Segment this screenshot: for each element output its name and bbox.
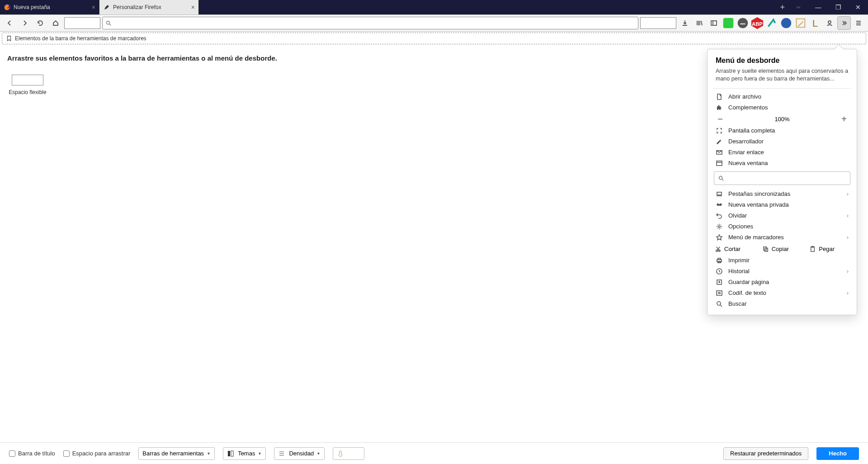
overflow-fullscreen[interactable]: Pantalla completa bbox=[708, 125, 857, 136]
account-icon[interactable] bbox=[823, 16, 836, 30]
flexible-space-item[interactable]: Espacio flexible bbox=[7, 75, 48, 95]
extension-blue-icon[interactable] bbox=[779, 16, 793, 30]
overflow-text-encoding[interactable]: Codif. de texto › bbox=[708, 288, 857, 298]
tab-new-label: Nueva pestaña bbox=[14, 4, 50, 10]
home-button[interactable] bbox=[49, 16, 62, 30]
overflow-title: Menú de desborde bbox=[708, 57, 857, 67]
close-window-button[interactable]: ✕ bbox=[848, 0, 868, 14]
mask-icon bbox=[716, 201, 723, 208]
overflow-paste[interactable]: Pegar bbox=[807, 245, 852, 253]
back-button[interactable] bbox=[3, 16, 16, 30]
extension-arrow-icon[interactable] bbox=[765, 16, 778, 30]
tab-new[interactable]: Nueva pestaña × bbox=[0, 0, 99, 14]
print-icon bbox=[716, 257, 723, 264]
svg-rect-22 bbox=[718, 258, 721, 260]
firefox-icon bbox=[4, 4, 11, 11]
copy-icon bbox=[762, 246, 769, 252]
overflow-new-window[interactable]: Nueva ventana bbox=[708, 158, 857, 169]
touch-icon bbox=[337, 450, 344, 457]
restore-defaults-button[interactable]: Restaurar predeterminados bbox=[723, 447, 808, 460]
overflow-cut[interactable]: Cortar bbox=[712, 245, 758, 253]
themes-dropdown[interactable]: Temas ▾ bbox=[223, 447, 266, 460]
downloads-icon[interactable] bbox=[678, 16, 692, 30]
drag-space-checkbox[interactable]: Espacio para arrastrar bbox=[63, 450, 131, 457]
close-icon[interactable]: × bbox=[191, 4, 195, 11]
chevron-down-icon: ▾ bbox=[259, 451, 261, 456]
file-icon bbox=[716, 93, 723, 100]
restore-defaults-label: Restaurar predeterminados bbox=[730, 450, 802, 457]
svg-rect-29 bbox=[231, 451, 233, 456]
theme-icon bbox=[227, 450, 234, 457]
overflow-search-field[interactable] bbox=[714, 171, 850, 185]
toolbar-slot-1[interactable] bbox=[64, 17, 100, 29]
url-bar[interactable] bbox=[102, 17, 638, 29]
overflow-options[interactable]: Opciones bbox=[708, 221, 857, 232]
reload-button[interactable] bbox=[33, 16, 47, 30]
overflow-new-window-label: Nueva ventana bbox=[728, 160, 768, 166]
extension-l-icon[interactable]: L bbox=[808, 16, 822, 30]
zoom-out-button[interactable]: − bbox=[716, 114, 725, 124]
overflow-forget[interactable]: Olvidar › bbox=[708, 210, 857, 221]
overflow-options-label: Opciones bbox=[728, 223, 753, 230]
overflow-text-encoding-label: Codif. de texto bbox=[728, 289, 766, 296]
density-icon bbox=[278, 450, 285, 457]
overflow-search[interactable]: Buscar bbox=[708, 298, 857, 309]
puzzle-icon bbox=[716, 104, 723, 111]
title-bar-checkbox-input[interactable] bbox=[9, 450, 15, 457]
touch-dropdown[interactable] bbox=[333, 447, 364, 460]
close-icon[interactable]: × bbox=[92, 4, 95, 11]
chevron-right-icon: › bbox=[847, 190, 849, 197]
drag-space-checkbox-label: Espacio para arrastrar bbox=[72, 450, 131, 457]
overflow-developer[interactable]: Desarrollador bbox=[708, 136, 857, 147]
minimize-button[interactable]: — bbox=[808, 0, 828, 14]
overflow-history[interactable]: Historial › bbox=[708, 266, 857, 277]
overflow-bookmarks-menu-label: Menú de marcadores bbox=[728, 234, 784, 241]
overflow-panel: Menú de desborde Arrastre y suelte eleme… bbox=[707, 49, 857, 315]
svg-text:L: L bbox=[812, 18, 818, 29]
app-menu-button[interactable] bbox=[852, 16, 865, 30]
zoom-in-button[interactable]: + bbox=[840, 114, 849, 124]
overflow-bookmarks-menu[interactable]: Menú de marcadores › bbox=[708, 232, 857, 243]
overflow-addons[interactable]: Complementos bbox=[708, 102, 857, 113]
paste-label: Pegar bbox=[819, 246, 835, 252]
overflow-history-label: Historial bbox=[728, 268, 750, 275]
tab-customize[interactable]: Personalizar Firefox × bbox=[99, 0, 199, 14]
density-dropdown[interactable]: Densidad ▾ bbox=[274, 447, 325, 460]
overflow-print-label: Imprimir bbox=[728, 257, 750, 264]
overflow-open-file[interactable]: Abrir archivo bbox=[708, 91, 857, 102]
new-tab-button[interactable]: + bbox=[776, 0, 788, 14]
overflow-menu-button[interactable] bbox=[837, 16, 851, 30]
extension-translate-icon[interactable] bbox=[736, 16, 750, 30]
encoding-icon bbox=[716, 289, 723, 297]
svg-point-1 bbox=[107, 21, 110, 24]
brush-icon bbox=[103, 4, 110, 11]
overflow-search-label: Buscar bbox=[728, 300, 746, 307]
drag-space-checkbox-input[interactable] bbox=[63, 450, 70, 457]
overflow-private-window[interactable]: Nueva ventana privada bbox=[708, 199, 857, 210]
sidebar-icon[interactable] bbox=[707, 16, 721, 30]
overflow-synced-tabs[interactable]: Pestañas sincronizadas › bbox=[708, 189, 857, 199]
overflow-copy[interactable]: Copiar bbox=[760, 245, 805, 253]
maximize-button[interactable]: ❐ bbox=[828, 0, 848, 14]
svg-point-14 bbox=[718, 226, 720, 227]
extension-note-icon[interactable] bbox=[794, 16, 807, 30]
done-button[interactable]: Hecho bbox=[816, 447, 859, 460]
cut-label: Cortar bbox=[724, 246, 741, 252]
bookmarks-toolbar-label: Elementos de la barra de herramientas de… bbox=[15, 35, 146, 42]
all-tabs-button[interactable] bbox=[788, 0, 808, 14]
svg-point-7 bbox=[781, 18, 792, 28]
flexible-space-box bbox=[12, 75, 43, 85]
overflow-print[interactable]: Imprimir bbox=[708, 255, 857, 266]
toolbars-dropdown[interactable]: Barras de herramientas ▾ bbox=[138, 447, 215, 460]
toolbar-slot-2[interactable] bbox=[640, 17, 676, 29]
search-icon bbox=[716, 300, 723, 308]
overflow-send-link[interactable]: Enviar enlace bbox=[708, 147, 857, 158]
library-icon[interactable] bbox=[693, 16, 706, 30]
title-bar-checkbox[interactable]: Barra de título bbox=[9, 450, 55, 457]
extension-abp-icon[interactable]: ABP bbox=[750, 16, 764, 30]
chevron-right-icon: › bbox=[847, 268, 849, 275]
bookmarks-toolbar-drop[interactable]: Elementos de la barra de herramientas de… bbox=[2, 33, 866, 44]
overflow-save-page[interactable]: Guardar página bbox=[708, 277, 857, 288]
forward-button[interactable] bbox=[18, 16, 32, 30]
extension-green-icon[interactable] bbox=[722, 16, 735, 30]
